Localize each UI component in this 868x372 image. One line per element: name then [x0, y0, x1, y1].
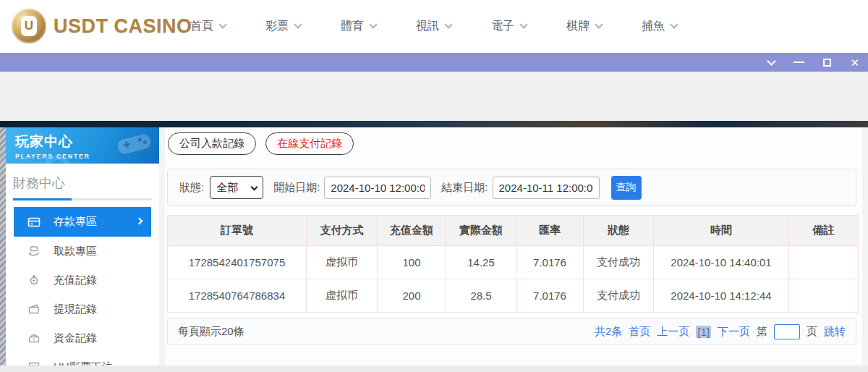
col-header-recharge-amount: 充值金額	[378, 216, 446, 246]
cell-rate: 7.0176	[516, 246, 584, 279]
chevron-right-icon	[136, 218, 143, 225]
cell-order-no: 1728540764786834	[168, 279, 307, 313]
sidebar-item-label: 充值記錄	[54, 274, 97, 287]
sidebar: 玩家中心 PLAYERS CENTER 財務中心 存款專區 取	[6, 127, 159, 365]
sidebar-menu: 存款專區 取款專區 充值記錄 提現記錄 資金記錄	[6, 207, 159, 372]
col-header-remark: 備註	[789, 216, 859, 246]
start-date-input[interactable]	[324, 177, 431, 199]
sidebar-section-title: 財務中心	[6, 164, 159, 198]
page-jump-input[interactable]	[774, 324, 800, 339]
chevron-down-icon	[444, 20, 452, 28]
current-page-badge: [1]	[696, 326, 711, 338]
chevron-down-icon[interactable]	[767, 56, 777, 66]
next-page-link[interactable]: 下一页	[718, 325, 750, 339]
cell-time: 2024-10-10 14:12:44	[654, 279, 789, 313]
chevron-down-icon	[294, 20, 302, 28]
window-titlebar: ✕	[0, 53, 868, 72]
end-date-input[interactable]	[493, 177, 600, 199]
brand-logo[interactable]: U USDT CASINO	[12, 9, 192, 43]
nav-item-fishing[interactable]: 捕魚	[642, 19, 677, 34]
logo-letter: U	[21, 16, 37, 36]
pagination-controls: 共2条 首页 上一页 [1] 下一页 第 页 跳转	[595, 324, 846, 339]
sidebar-item-funds-records[interactable]: 資金記錄	[6, 324, 159, 352]
nav-item-slots[interactable]: 電子	[491, 19, 527, 34]
brand-name: USDT CASINO	[54, 15, 192, 38]
moneybag-icon	[27, 274, 41, 287]
prev-page-link[interactable]: 上一页	[657, 325, 689, 339]
col-header-time: 時間	[654, 216, 789, 246]
nav-item-home[interactable]: 首頁	[190, 19, 226, 34]
nav-item-sports[interactable]: 體育	[341, 19, 376, 34]
cell-time: 2024-10-10 14:40:01	[654, 246, 789, 279]
cell-status: 支付成功	[584, 279, 654, 313]
close-icon[interactable]: ✕	[850, 57, 859, 68]
logo-coin-icon: U	[12, 9, 46, 43]
jump-suffix-label: 页	[807, 325, 817, 339]
cell-rate: 7.0176	[516, 279, 584, 313]
main-content: 公司入款記錄 在線支付記錄 狀態: 全部 開始日期: 結束日期: 查詢 訂單號 …	[165, 127, 862, 365]
deposit-card-icon	[27, 216, 41, 229]
total-count: 共2条	[595, 325, 622, 339]
maximize-icon[interactable]	[823, 59, 831, 67]
pagination-bar: 每頁顯示20條 共2条 首页 上一页 [1] 下一页 第 页 跳转	[167, 318, 856, 345]
page-size-text: 每頁顯示20條	[178, 325, 244, 339]
nav-item-lottery[interactable]: 彩票	[265, 19, 301, 34]
sidebar-item-deposit[interactable]: 存款專區	[14, 207, 151, 237]
cell-remark	[789, 279, 859, 313]
search-button[interactable]: 查詢	[611, 176, 642, 200]
sidebar-item-label: 取款專區	[54, 245, 97, 258]
col-header-pay-method: 支付方式	[307, 216, 378, 246]
header-spacer	[0, 72, 868, 121]
main-nav: 首頁 彩票 體育 視訊 電子 棋牌 捕魚	[190, 0, 717, 53]
cell-actual-amount: 14.25	[446, 246, 516, 279]
nav-item-label: 電子	[491, 19, 514, 34]
jump-button[interactable]: 跳转	[824, 325, 846, 339]
sidebar-item-withdraw[interactable]: 取款專區	[6, 237, 159, 266]
table-header-row: 訂單號 支付方式 充值金額 實際金額 匯率 狀態 時間 備註	[168, 216, 859, 246]
jump-prefix-label: 第	[757, 325, 767, 339]
tab-online-payment-records[interactable]: 在線支付記錄	[265, 132, 354, 155]
cell-status: 支付成功	[584, 246, 654, 279]
nav-item-live[interactable]: 視訊	[416, 19, 451, 34]
sidebar-item-label: 存款專區	[54, 215, 97, 229]
nav-item-label: 首頁	[190, 19, 213, 34]
status-select[interactable]: 全部	[210, 176, 263, 199]
cell-recharge-amount: 100	[378, 246, 446, 279]
cell-recharge-amount: 200	[378, 279, 446, 313]
filter-panel: 狀態: 全部 開始日期: 結束日期: 查詢	[167, 169, 856, 206]
record-tabs: 公司入款記錄 在線支付記錄	[168, 132, 354, 155]
col-header-rate: 匯率	[516, 216, 584, 246]
top-header: U USDT CASINO 首頁 彩票 體育 視訊 電子 棋牌 捕魚	[0, 0, 868, 53]
nav-item-label: 棋牌	[566, 19, 590, 34]
sidebar-header: 玩家中心 PLAYERS CENTER	[6, 127, 159, 164]
sidebar-item-recharge-records[interactable]: 充值記錄	[6, 266, 159, 295]
chevron-down-icon	[595, 20, 603, 28]
wallet-icon	[27, 303, 41, 316]
cell-order-no: 1728542401757075	[168, 246, 307, 279]
sidebar-item-label: 提現記錄	[54, 303, 97, 316]
sidebar-item-label: 資金記錄	[54, 331, 97, 345]
sidebar-texture-edge	[0, 127, 6, 372]
cell-remark	[789, 246, 859, 279]
records-table: 訂單號 支付方式 充值金額 實際金額 匯率 狀態 時間 備註 172854240…	[167, 215, 859, 313]
status-label: 狀態:	[179, 181, 204, 195]
nav-item-label: 視訊	[416, 19, 439, 34]
nav-item-label: 捕魚	[642, 19, 665, 34]
coin-purse-icon	[27, 331, 41, 344]
chevron-down-icon	[519, 20, 527, 28]
nav-item-chess[interactable]: 棋牌	[566, 19, 602, 34]
first-page-link[interactable]: 首页	[629, 325, 650, 339]
withdraw-hand-icon	[27, 245, 41, 258]
chevron-down-icon	[218, 20, 226, 28]
table-row: 1728542401757075 虚拟币 100 14.25 7.0176 支付…	[168, 246, 859, 279]
bottom-spacer	[0, 365, 868, 372]
sidebar-item-withdrawal-records[interactable]: 提現記錄	[6, 295, 159, 324]
nav-item-label: 彩票	[265, 19, 289, 34]
minimize-icon[interactable]	[793, 62, 804, 63]
nav-item-label: 體育	[341, 19, 364, 34]
start-date-label: 開始日期:	[273, 181, 320, 195]
col-header-order-no: 訂單號	[168, 216, 307, 246]
cell-pay-method: 虚拟币	[307, 246, 378, 279]
tab-company-deposit-records[interactable]: 公司入款記錄	[168, 132, 256, 155]
chevron-down-icon	[369, 20, 377, 28]
